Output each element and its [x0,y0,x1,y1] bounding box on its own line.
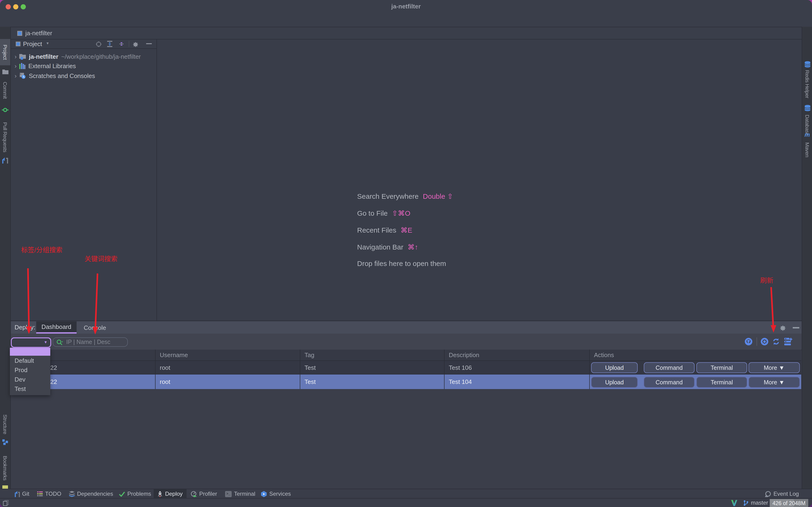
more-button-label: More ▼ [764,364,785,371]
redis-database-icon [805,61,811,68]
upload-button[interactable]: Upload [591,362,638,373]
col-header-username[interactable]: Username [160,351,188,358]
profiler-gauge-icon [191,491,197,497]
window-title: ja-netfilter [0,3,812,10]
upload-button-label: Upload [605,364,624,371]
group-option[interactable]: Test [10,384,50,393]
col-header-tag[interactable]: Tag [304,351,314,358]
event-log-label: Event Log [773,491,799,497]
tool-stripe-pull-requests[interactable]: Pull Requests [0,120,10,155]
toolwindow-todo-label: TODO [45,491,61,497]
terminal-button[interactable]: Terminal [696,362,747,373]
panel-options-gear-icon[interactable] [779,324,786,331]
deploy-tab-strip: Deploy: Dashboard Console [11,321,802,334]
git-branch-icon[interactable] [743,500,749,506]
hint-shortcut: ⌘↑ [408,243,418,251]
group-filter-select[interactable]: ▼ [11,337,51,348]
chevron-right-icon[interactable]: › [14,72,17,79]
table-row-selected[interactable]: 22 root Test Test 104 Upload Command Ter… [11,375,801,389]
group-option[interactable]: Prod [10,365,50,375]
tab-dashboard[interactable]: Dashboard [36,321,76,334]
plugin-v-icon[interactable] [731,500,737,506]
group-option[interactable]: Dev [10,375,50,384]
group-option[interactable]: Default [10,356,50,365]
tool-stripe-project[interactable]: Project [0,39,10,65]
tree-item-scratches[interactable]: › Scratches and Consoles [14,71,95,80]
toolwindow-dependencies[interactable]: Dependencies [69,489,113,499]
more-button[interactable]: More ▼ [749,362,800,373]
refresh-icon[interactable] [772,338,780,345]
status-bar: master 426 of 2048M [0,498,812,507]
event-log-button[interactable]: Event Log [765,489,799,499]
tab-console[interactable]: Console [79,321,110,334]
cell-description: Test 106 [449,364,472,371]
expand-all-icon[interactable] [107,41,113,47]
project-panel-title[interactable]: Project [23,41,42,48]
search-icon [56,339,63,345]
editor-tab[interactable]: ja-netfilter [12,27,57,39]
chevron-right-icon[interactable]: › [14,53,17,60]
tool-stripe-structure[interactable]: Structure [0,411,10,438]
resize-grip-icon[interactable] [3,500,9,506]
tab-console-label: Console [83,324,106,331]
dependencies-icon [69,491,75,497]
chevron-down-icon: ▼ [44,340,48,344]
tool-stripe-maven[interactable]: Maven [802,140,812,159]
server-list-icon[interactable] [784,338,792,345]
tree-item-external-libraries[interactable]: › External Libraries [14,61,76,70]
hint-shortcut: ⇧⌘O [392,209,410,217]
locate-target-icon[interactable] [96,41,102,47]
toolwindow-profiler-label: Profiler [199,491,217,497]
more-button-label: More ▼ [764,379,785,386]
toolwindow-deploy-label: Deploy [165,491,183,497]
tool-stripe-commit-label: Commit [2,82,8,99]
terminal-button[interactable]: Terminal [696,377,747,388]
toolwindow-deploy[interactable]: Deploy [154,489,186,499]
toolwindow-services[interactable]: Services [261,489,291,499]
search-input[interactable]: IP | Name | Desc [53,337,128,347]
col-header-description[interactable]: Description [449,351,479,358]
toolwindow-git[interactable]: Git [14,489,30,499]
editor-tab-label: ja-netfilter [25,30,52,37]
command-button[interactable]: Command [644,377,695,388]
hide-panel-minus-icon[interactable] [146,43,152,44]
terminal-button-label: Terminal [711,364,733,371]
tool-stripe-redis-helper[interactable]: Redis Helper [802,70,812,98]
memory-indicator[interactable]: 426 of 2048M [770,499,808,507]
toolwindow-todo[interactable]: TODO [37,489,61,499]
collapse-all-icon[interactable] [118,41,124,47]
github-icon[interactable] [745,338,752,345]
toolwindow-dependencies-label: Dependencies [77,491,113,497]
toolwindow-profiler[interactable]: Profiler [191,489,217,499]
chevron-right-icon[interactable]: › [14,62,17,69]
terminal-icon: >_ [225,491,232,497]
git-branch-name[interactable]: master [751,500,768,506]
hint-navigation-bar: Navigation Bar⌘↑ [357,243,418,251]
cell-first: 22 [50,364,57,371]
tool-stripe-redis-helper-label: Redis Helper [805,70,810,98]
tool-stripe-commit[interactable]: Commit [0,76,10,104]
group-option-empty[interactable] [10,348,50,356]
toolwindow-services-label: Services [269,491,291,497]
col-header-actions[interactable]: Actions [594,351,614,358]
folder-stripe-icon[interactable] [2,69,8,74]
chevron-down-icon[interactable]: ▾ [47,41,49,46]
toolwindow-problems[interactable]: Problems [119,489,151,499]
hint-label: Go to File [357,209,388,217]
deploy-settings-gear-icon[interactable] [761,338,768,345]
tool-stripe-bookmarks[interactable]: Bookmarks [0,452,10,484]
more-button[interactable]: More ▼ [749,377,800,388]
annotation-refresh: 刷新 [760,275,773,285]
table-row[interactable]: 22 root Test Test 106 Upload Command Ter… [11,361,801,375]
options-gear-icon[interactable] [132,41,138,47]
services-icon [261,491,267,497]
project-view-icon [15,41,21,47]
cell-tag: Test [304,364,316,371]
upload-button[interactable]: Upload [591,377,638,388]
project-panel-header: Project ▾ [11,40,157,49]
annotation-keyword-search: 关键词搜索 [84,254,117,263]
hide-panel-minus-icon[interactable] [793,327,799,328]
toolwindow-terminal[interactable]: >_ Terminal [225,489,255,499]
command-button[interactable]: Command [644,362,695,373]
tree-item-project-root[interactable]: › ja-netfilter ~/workplace/github/ja-net… [14,52,141,61]
